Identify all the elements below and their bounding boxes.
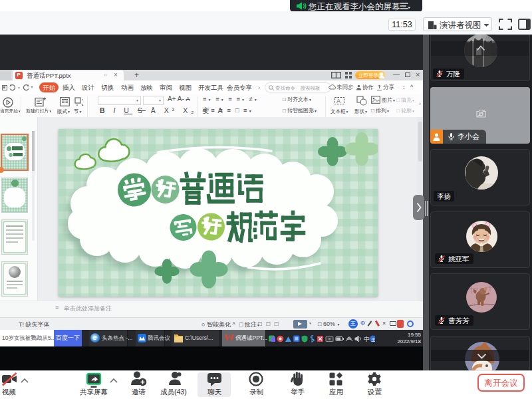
svg-text:中: 中 (364, 336, 370, 342)
svg-text:王: 王 (371, 336, 375, 341)
svg-text:A: A (336, 98, 340, 104)
